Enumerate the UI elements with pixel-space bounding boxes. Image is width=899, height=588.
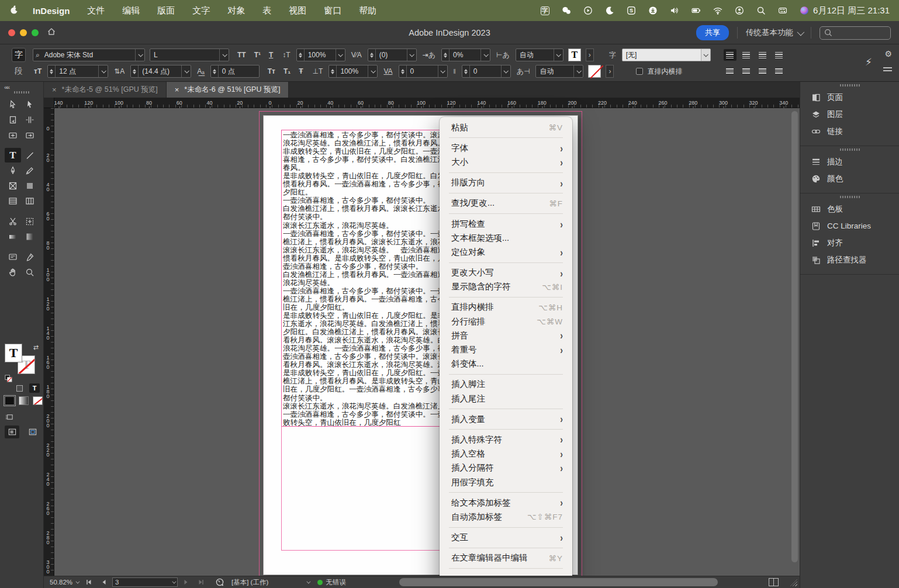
- context-menu-item-查找更改[interactable]: 查找/更改...⌘F: [440, 196, 572, 210]
- grid-jidori-select[interactable]: 自动: [516, 49, 563, 61]
- page-number-select[interactable]: 3: [112, 577, 178, 587]
- page-tool[interactable]: [5, 112, 21, 127]
- font-style-select[interactable]: L: [150, 49, 229, 61]
- stepper[interactable]: [297, 49, 305, 61]
- previous-page-button[interactable]: [99, 577, 109, 587]
- moon-icon[interactable]: [604, 5, 615, 16]
- zoom-tool[interactable]: [22, 265, 38, 279]
- context-menu-item-插入空格[interactable]: 插入空格›: [440, 447, 572, 461]
- input-method-icon[interactable]: 字: [540, 5, 550, 16]
- character-style-select[interactable]: [无]: [622, 49, 711, 61]
- panel-drag-handle[interactable]: [14, 91, 30, 94]
- baseline-shift-input[interactable]: 0 点: [210, 65, 260, 78]
- context-menu-item-更改大小写[interactable]: 更改大小写›: [440, 266, 572, 280]
- gradient-tool[interactable]: [5, 229, 21, 244]
- proportional-spacing-input[interactable]: 0%: [441, 49, 490, 61]
- wechat-icon[interactable]: [561, 5, 572, 16]
- search-icon[interactable]: [756, 5, 766, 16]
- context-menu-item-斜变体[interactable]: 斜变体...: [440, 357, 572, 371]
- formatting-affects-container-button[interactable]: [14, 383, 25, 393]
- pencil-tool[interactable]: [22, 163, 38, 178]
- preview-view-button[interactable]: [25, 426, 40, 438]
- context-menu-item-文本框架选项[interactable]: 文本框架选项...: [440, 231, 572, 245]
- eyedropper-tool[interactable]: [22, 250, 38, 264]
- adobe-sensei-icon[interactable]: ⚡: [865, 56, 872, 68]
- download-icon[interactable]: [648, 5, 658, 16]
- horizontal-scrollbar[interactable]: [395, 578, 765, 586]
- stepper[interactable]: [329, 65, 337, 77]
- paragraph-formatting-button[interactable]: 段: [12, 64, 26, 78]
- context-menu-item-定位对象[interactable]: 定位对象›: [440, 245, 572, 259]
- expand-arrow-icon[interactable]: ›: [606, 65, 614, 78]
- vertical-scale-input[interactable]: 100%: [296, 49, 345, 61]
- window-resize-grip[interactable]: [790, 579, 797, 586]
- panel-button-swatches[interactable]: 色板: [800, 200, 899, 217]
- menu-item-版面[interactable]: 版面: [157, 5, 175, 16]
- ruler-origin-corner[interactable]: [44, 98, 54, 108]
- align-right-button[interactable]: [756, 49, 769, 61]
- document-tab-2[interactable]: ×*未命名-6 @ 51% [GPU 预览]: [167, 82, 289, 98]
- jidori-select[interactable]: 自动: [535, 65, 583, 78]
- context-menu-item-拼写检查[interactable]: 拼写检查›: [440, 217, 572, 231]
- stepper[interactable]: [399, 65, 407, 77]
- preflight-icon[interactable]: [215, 577, 224, 587]
- justify-left-button[interactable]: [773, 49, 786, 61]
- content-collector-tool[interactable]: [5, 127, 21, 142]
- context-menu-item-显示隐含的字符[interactable]: 显示隐含的字符⌥⌘I: [440, 280, 572, 294]
- panel-menu-icon[interactable]: [883, 65, 892, 73]
- horizontal-scale-input[interactable]: 100%: [329, 65, 378, 78]
- panel-button-cc-libraries[interactable]: CC Libraries: [800, 217, 899, 234]
- search-input[interactable]: [820, 26, 891, 40]
- gradient-feather-tool[interactable]: [22, 229, 38, 244]
- line-tool[interactable]: [22, 148, 38, 162]
- stepper[interactable]: [368, 49, 376, 61]
- app-menu-indesign[interactable]: InDesign: [33, 6, 70, 16]
- swap-fill-stroke-icon[interactable]: ⇄: [33, 344, 39, 351]
- scissors-tool[interactable]: [5, 214, 21, 229]
- context-menu-item-拼音[interactable]: 拼音›: [440, 328, 572, 343]
- context-menu-item-在文章编辑器中编辑[interactable]: 在文章编辑器中编辑⌘Y: [440, 551, 572, 565]
- gear-icon[interactable]: ⚙: [884, 49, 892, 58]
- panel-button-pathfinder[interactable]: 路径查找器: [800, 251, 899, 268]
- stepper[interactable]: [211, 65, 219, 77]
- tracking-input[interactable]: 0: [399, 65, 448, 78]
- font-family-select[interactable]: ⌕ Adobe 宋体 Std: [33, 49, 145, 61]
- context-menu-item-插入脚注[interactable]: 插入脚注: [440, 378, 572, 392]
- zoom-level-select[interactable]: 50.82%: [50, 579, 78, 586]
- justify-center-button[interactable]: [723, 65, 736, 77]
- context-menu-item-粘贴[interactable]: 粘贴⌘V: [440, 120, 572, 134]
- normal-view-button[interactable]: [5, 426, 19, 438]
- control-center-icon[interactable]: [777, 5, 788, 16]
- underline-icon[interactable]: T: [268, 51, 274, 59]
- close-tab-icon[interactable]: ×: [175, 85, 179, 94]
- menu-item-窗口[interactable]: 窗口: [324, 5, 341, 16]
- expand-arrow-icon[interactable]: ›: [586, 49, 594, 61]
- superscript-icon[interactable]: T¹: [253, 51, 262, 59]
- panel-button-layers[interactable]: 图层: [800, 106, 899, 123]
- all-caps-icon[interactable]: TT: [236, 51, 247, 59]
- context-menu-item-自动添加标签[interactable]: 自动添加标签⌥⇧⌘F7: [440, 510, 572, 524]
- type-tool[interactable]: T: [5, 148, 21, 162]
- context-menu-item-插入分隔符[interactable]: 插入分隔符›: [440, 461, 572, 475]
- panel-button-color[interactable]: 颜色: [800, 170, 899, 187]
- menu-item-对象[interactable]: 对象: [227, 5, 245, 16]
- align-left-button[interactable]: [724, 49, 737, 61]
- workspace-switcher[interactable]: 传统基本功能: [746, 27, 803, 38]
- collapse-panel-icon[interactable]: ««: [4, 84, 9, 91]
- stepper[interactable]: [48, 65, 56, 77]
- frame-tool[interactable]: [5, 178, 21, 193]
- panel-drag-handle[interactable]: [800, 146, 899, 153]
- apple-menu-icon[interactable]: [9, 5, 20, 16]
- justify-all-button[interactable]: [772, 65, 785, 77]
- panel-drag-handle[interactable]: [800, 82, 899, 89]
- s-app-icon[interactable]: S: [626, 5, 637, 16]
- subscript-icon[interactable]: T₁: [282, 67, 292, 75]
- direct-selection-tool[interactable]: [22, 97, 38, 112]
- hand-tool[interactable]: [5, 265, 21, 279]
- v-grid-tool[interactable]: [22, 193, 38, 208]
- last-page-button[interactable]: [196, 577, 206, 587]
- volume-icon[interactable]: [669, 5, 680, 16]
- justify-full-button[interactable]: [756, 65, 769, 77]
- menu-item-帮助[interactable]: 帮助: [359, 5, 376, 16]
- content-placer-tool[interactable]: [22, 127, 38, 142]
